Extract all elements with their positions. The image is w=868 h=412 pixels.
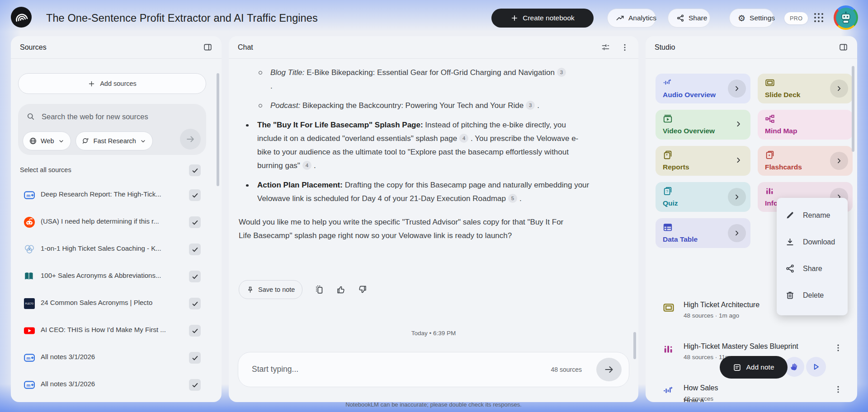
menu-item-rename[interactable]: Rename [777,202,848,229]
analytics-button[interactable]: Analytics [607,9,656,28]
chat-timestamp: Today • 6:39 PM [229,330,638,337]
hand-wave-icon [789,362,799,372]
quiz-icon: ? [663,186,673,196]
chat-scrollbar[interactable] [633,332,636,359]
chat-settings-icon[interactable] [601,42,610,52]
audio-overview-icon [663,385,675,397]
source-checkbox[interactable] [189,325,201,337]
chat-bullet: The "Buy It For Life Basecamp" Splash Pa… [239,118,592,173]
play-button[interactable] [806,357,826,377]
infographic-icon [765,186,775,196]
source-checkbox[interactable] [189,379,201,391]
tile-data-table[interactable]: Data Table [656,218,750,248]
avatar-robot-image [836,8,856,28]
web-search-box: Search the web for new sources Web Fast … [18,104,206,155]
mind-map-icon [765,114,775,124]
search-input[interactable]: Search the web for new sources [42,112,148,121]
plecto-icon: PLECTO [24,298,35,309]
thumbs-down-icon[interactable] [358,285,368,295]
chat-input[interactable]: Start typing... 48 sources [238,352,629,387]
share-icon [785,264,795,273]
tile-reports[interactable]: Reports [656,146,750,176]
disclaimer-text: NotebookLM can be inaccurate; please dou… [229,401,638,408]
citation-chip[interactable]: 4 [302,161,311,170]
citation-chip[interactable]: 4 [459,134,468,143]
source-checkbox[interactable] [189,271,201,282]
source-row[interactable]: 1-on-1 High Ticket Sales Coaching - K... [11,236,222,263]
share-icon [676,14,684,22]
source-checkbox[interactable] [189,189,201,201]
video-overview-icon [663,114,673,124]
source-checkbox[interactable] [189,352,201,364]
web-source-dropdown[interactable]: Web [23,131,71,150]
source-row[interactable]: 100+ Sales Acronyms & Abbreviations... [11,263,222,290]
tile-slide-deck[interactable]: Slide Deck [758,74,853,103]
chat-sub-bullet: Blog Title: E-Bike Bikepacking: Essentia… [239,66,569,93]
youtube-icon [24,325,35,337]
source-row[interactable]: (USA) I need help determining if this r.… [11,209,222,236]
menu-item-download[interactable]: Download [777,229,848,255]
apps-grid-icon[interactable] [814,13,826,24]
copy-icon[interactable] [314,285,324,295]
tile-audio-overview[interactable]: Audio Overview [656,74,750,103]
sources-count: 48 sources [551,366,582,373]
globe-icon [29,137,37,145]
source-row[interactable]: AI CEO: THIS is How I'd Make My First ..… [11,317,222,344]
collapse-panel-icon[interactable] [839,42,848,52]
search-submit-button[interactable] [180,129,201,150]
note-icon [733,363,741,372]
app-header: The One-Sentence Profit Extractor and AI… [0,0,868,36]
source-checkbox[interactable] [189,243,201,255]
artifact-more-menu-icon[interactable] [834,343,843,352]
tile-video-overview[interactable]: Video Overview [656,110,750,140]
sources-scrollbar[interactable] [217,73,219,186]
citation-chip[interactable]: 3 [557,68,566,77]
source-row[interactable]: m All notes 3/1/2026 [11,344,222,371]
chevron-right-icon[interactable] [830,80,848,98]
source-checkbox[interactable] [189,298,201,309]
slide-deck-icon [765,78,775,88]
citation-chip[interactable]: 3 [526,101,535,110]
source-row[interactable]: PLECTO 24 Common Sales Acronyms | Plecto [11,290,222,317]
send-button[interactable] [596,358,622,381]
chevron-right-icon[interactable] [728,80,746,98]
tile-flashcards[interactable]: Flashcards [758,146,853,176]
notebooklm-logo-icon[interactable] [11,7,32,28]
source-row[interactable]: m All notes 3/1/2026 [11,371,222,398]
artifact-more-menu-icon[interactable] [834,385,843,394]
citation-chip[interactable]: 5 [508,194,517,203]
chevron-right-icon[interactable] [830,152,848,170]
chevron-right-icon[interactable] [728,224,746,242]
chevron-right-icon[interactable] [735,156,742,164]
tile-quiz[interactable]: ? Quiz [656,182,750,212]
research-mode-dropdown[interactable]: Fast Research [75,131,153,150]
source-checkbox[interactable] [189,216,201,228]
data-table-icon [663,222,673,232]
create-notebook-button[interactable]: Create notebook [491,9,594,28]
menu-item-share[interactable]: Share [777,255,848,282]
share-button[interactable]: Share [668,9,710,28]
svg-text:PLECTO: PLECTO [25,303,34,305]
add-sources-button[interactable]: Add sources [18,73,206,94]
source-row[interactable]: m Deep Research Report: The High-Tick... [11,182,222,209]
add-note-button[interactable]: Add note [720,356,788,379]
notebooklm-note-icon: m [24,189,35,201]
notebook-title: The One-Sentence Profit Extractor and AI… [46,0,318,36]
chevron-right-icon[interactable] [728,188,746,206]
collapse-panel-icon[interactable] [203,42,212,52]
chat-bullet: Action Plan Placement: Drafting the copy… [239,178,592,206]
settings-button[interactable]: ⚙ Settings [729,9,774,28]
notebooklm-note-icon: m [24,352,35,364]
chevron-right-icon[interactable] [735,120,742,128]
menu-item-delete[interactable]: Delete [777,282,848,309]
tile-mind-map[interactable]: Mind Map [758,110,853,140]
thumbs-up-icon[interactable] [336,285,346,295]
chat-panel-title: Chat [238,43,253,52]
user-avatar[interactable] [834,5,858,30]
pin-icon [246,286,254,294]
save-to-note-button[interactable]: Save to note [239,280,302,299]
chat-more-menu-icon[interactable] [620,43,629,52]
studio-scrollbar[interactable] [852,66,854,152]
select-all-checkbox[interactable] [189,164,201,176]
sources-panel: Sources Add sources Search the web for n… [11,36,222,402]
